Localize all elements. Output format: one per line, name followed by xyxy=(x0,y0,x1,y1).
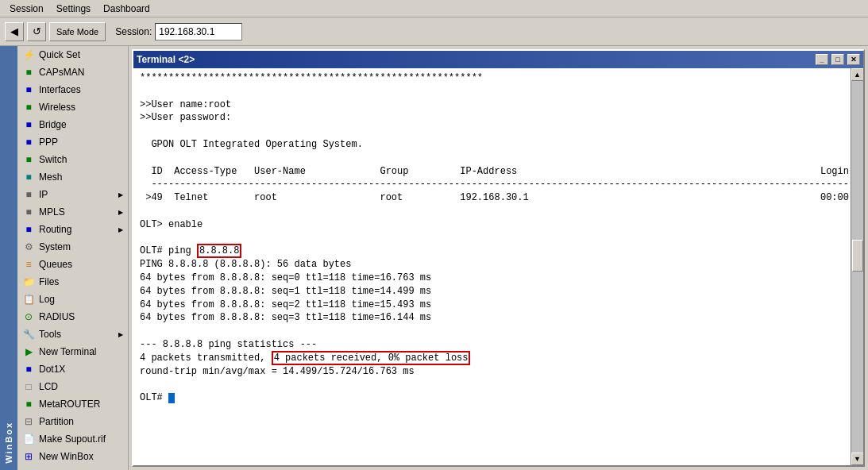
scroll-down-button[interactable]: ▼ xyxy=(851,453,864,465)
highlighted-ip: 8.8.8.8 xyxy=(197,244,241,258)
terminal-body: ****************************************… xyxy=(133,68,863,465)
sidebar-label-mesh: Mesh xyxy=(39,171,62,183)
cursor xyxy=(168,393,175,403)
interfaces-icon: ■ xyxy=(22,83,35,96)
switch-icon: ■ xyxy=(22,153,35,166)
sidebar-label-dot1x: Dot1X xyxy=(39,364,65,375)
sidebar-item-switch[interactable]: ■ Switch xyxy=(17,151,128,168)
sidebar-item-new-winbox[interactable]: ⊞ New WinBox xyxy=(17,448,128,465)
mpls-icon: ■ xyxy=(22,206,35,218)
toolbar: ◀ ↺ Safe Mode Session: xyxy=(0,17,868,46)
scroll-track[interactable] xyxy=(851,81,863,453)
scroll-thumb[interactable] xyxy=(852,240,863,272)
sidebar-item-mesh[interactable]: ■ Mesh xyxy=(17,168,128,186)
new-terminal-icon: ▶ xyxy=(22,345,35,358)
mesh-icon: ■ xyxy=(22,171,35,183)
sidebar-item-capsman[interactable]: ■ CAPsMAN xyxy=(17,64,128,81)
menu-session[interactable]: Session xyxy=(3,2,50,16)
back-button[interactable]: ◀ xyxy=(5,22,24,41)
sidebar-item-quick-set[interactable]: ⚡ Quick Set xyxy=(17,46,128,64)
sidebar-item-mpls[interactable]: ■ MPLS xyxy=(17,203,128,221)
sidebar-item-system[interactable]: ⚙ System xyxy=(17,238,128,256)
sidebar-item-wireless[interactable]: ■ Wireless xyxy=(17,98,128,116)
sidebar-item-files[interactable]: 📁 Files xyxy=(17,273,128,291)
make-supout-icon: 📄 xyxy=(22,433,35,445)
safemode-button[interactable]: Safe Mode xyxy=(49,22,106,41)
scroll-up-button[interactable]: ▲ xyxy=(851,68,864,81)
sidebar-item-tools[interactable]: 🔧 Tools xyxy=(17,326,128,343)
sidebar-label-log: Log xyxy=(39,294,55,305)
winbox-label: WinBox xyxy=(4,422,14,464)
refresh-button[interactable]: ↺ xyxy=(27,22,46,41)
sidebar-item-new-terminal[interactable]: ▶ New Terminal xyxy=(17,343,128,360)
new-winbox-icon: ⊞ xyxy=(22,450,35,463)
system-icon: ⚙ xyxy=(22,241,35,253)
highlighted-result: 4 packets received, 0% packet loss xyxy=(272,351,471,365)
radius-icon: ⊙ xyxy=(22,310,35,323)
sidebar-item-dot1x[interactable]: ■ Dot1X xyxy=(17,360,128,378)
menu-bar: Session Settings Dashboard xyxy=(0,0,868,17)
sidebar-item-queues[interactable]: ≡ Queues xyxy=(17,256,128,273)
main-area: WinBox ⚡ Quick Set ■ CAPsMAN ■ Interface… xyxy=(0,46,868,470)
capsman-icon: ■ xyxy=(22,66,35,79)
sidebar-item-bridge[interactable]: ■ Bridge xyxy=(17,116,128,133)
routing-icon: ■ xyxy=(22,223,35,236)
sidebar-label-mpls: MPLS xyxy=(39,206,65,218)
terminal-titlebar: Terminal <2> _ □ ✕ xyxy=(133,51,863,68)
terminal-area: Terminal <2> _ □ ✕ *********************… xyxy=(129,46,868,470)
sidebar-item-radius[interactable]: ⊙ RADIUS xyxy=(17,308,128,326)
log-icon: 📋 xyxy=(22,293,35,306)
sidebar-label-new-winbox: New WinBox xyxy=(39,451,94,462)
sidebar-label-quick-set: Quick Set xyxy=(39,49,80,60)
sidebar-label-routing: Routing xyxy=(39,224,71,235)
sidebar-label-switch: Switch xyxy=(39,154,67,165)
terminal-title: Terminal <2> xyxy=(137,54,812,65)
ppp-icon: ■ xyxy=(22,136,35,148)
terminal-window: Terminal <2> _ □ ✕ *********************… xyxy=(132,49,865,467)
ip-icon: ■ xyxy=(22,188,35,201)
lcd-icon: □ xyxy=(22,380,35,393)
dot1x-icon: ■ xyxy=(22,363,35,376)
menu-settings[interactable]: Settings xyxy=(50,2,97,16)
sidebar-item-interfaces[interactable]: ■ Interfaces xyxy=(17,81,128,98)
partition-icon: ⊟ xyxy=(22,415,35,428)
terminal-content[interactable]: ****************************************… xyxy=(133,68,851,465)
sidebar-item-ppp[interactable]: ■ PPP xyxy=(17,133,128,151)
terminal-maximize-button[interactable]: □ xyxy=(831,54,844,65)
terminal-scrollbar[interactable]: ▲ ▼ xyxy=(851,68,863,465)
terminal-minimize-button[interactable]: _ xyxy=(816,54,828,65)
sidebar-label-queues: Queues xyxy=(39,259,72,270)
sidebar-item-ip[interactable]: ■ IP xyxy=(17,186,128,203)
tools-icon: 🔧 xyxy=(22,328,35,341)
sidebar: ⚡ Quick Set ■ CAPsMAN ■ Interfaces ■ Wir… xyxy=(17,46,129,470)
files-icon: 📁 xyxy=(22,275,35,288)
bridge-icon: ■ xyxy=(22,118,35,131)
sidebar-item-routing[interactable]: ■ Routing xyxy=(17,221,128,238)
sidebar-label-ip: IP xyxy=(39,189,48,200)
sidebar-label-ppp: PPP xyxy=(39,137,58,148)
sidebar-item-make-supout[interactable]: 📄 Make Supout.rif xyxy=(17,430,128,448)
sidebar-item-metarouter[interactable]: ■ MetaROUTER xyxy=(17,395,128,413)
sidebar-label-interfaces: Interfaces xyxy=(39,84,81,95)
sidebar-label-lcd: LCD xyxy=(39,381,58,392)
sidebar-label-metarouter: MetaROUTER xyxy=(39,399,100,410)
sidebar-label-tools: Tools xyxy=(39,329,61,340)
sidebar-label-system: System xyxy=(39,241,71,252)
session-label: Session: xyxy=(115,26,152,37)
sidebar-label-capsman: CAPsMAN xyxy=(39,67,84,78)
queues-icon: ≡ xyxy=(22,258,35,271)
sidebar-item-lcd[interactable]: □ LCD xyxy=(17,378,128,395)
sidebar-label-wireless: Wireless xyxy=(39,102,75,113)
sidebar-label-new-terminal: New Terminal xyxy=(39,346,96,357)
sidebar-item-exit[interactable]: ✕ Exit xyxy=(17,465,128,470)
sidebar-item-log[interactable]: 📋 Log xyxy=(17,291,128,308)
menu-dashboard[interactable]: Dashboard xyxy=(97,2,156,16)
quick-set-icon: ⚡ xyxy=(22,48,35,61)
session-input[interactable] xyxy=(155,23,242,40)
terminal-close-button[interactable]: ✕ xyxy=(847,54,860,65)
winbox-side: WinBox xyxy=(0,46,17,470)
sidebar-label-radius: RADIUS xyxy=(39,311,75,322)
sidebar-label-files: Files xyxy=(39,276,59,287)
metarouter-icon: ■ xyxy=(22,398,35,410)
sidebar-item-partition[interactable]: ⊟ Partition xyxy=(17,413,128,430)
